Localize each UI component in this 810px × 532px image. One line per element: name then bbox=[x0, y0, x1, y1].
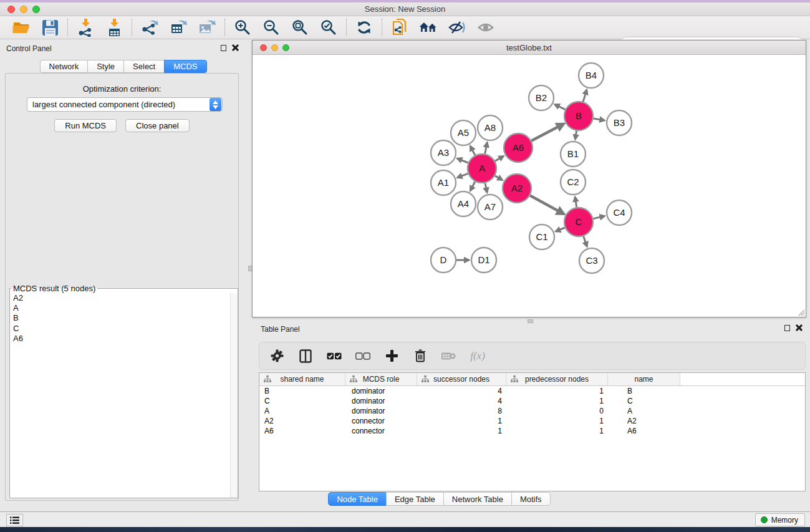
graph-node-B4[interactable]: B4 bbox=[579, 63, 604, 88]
graph-node-C4[interactable]: C4 bbox=[607, 200, 632, 225]
export-image-button[interactable] bbox=[197, 18, 217, 37]
network-zoom-button[interactable] bbox=[282, 44, 289, 51]
result-item[interactable]: A bbox=[10, 303, 238, 313]
graph-node-C3[interactable]: C3 bbox=[579, 248, 604, 273]
column-header-predecessor-nodes[interactable]: predecessor nodes bbox=[506, 373, 608, 385]
table-tab-network-table[interactable]: Network Table bbox=[443, 492, 512, 506]
close-panel-icon[interactable] bbox=[232, 44, 239, 51]
result-item[interactable]: A2 bbox=[10, 293, 238, 303]
graph-edge-B-B4[interactable] bbox=[583, 90, 587, 102]
graph-edge-A-A5[interactable] bbox=[470, 146, 475, 155]
show-columns-button[interactable] bbox=[298, 347, 313, 365]
network-canvas[interactable]: AA1A2A3A4A5A6A7A8BB1B2B3B4CC1C2C3C4DD1 bbox=[253, 55, 806, 317]
graph-edge-B-B3[interactable] bbox=[594, 118, 605, 120]
save-session-button[interactable] bbox=[40, 18, 60, 37]
graph-node-C2[interactable]: C2 bbox=[561, 170, 586, 195]
graph-node-B[interactable]: B bbox=[564, 102, 593, 130]
float-table-panel-icon[interactable] bbox=[784, 325, 790, 331]
network-window-titlebar[interactable]: testGlobe.txt bbox=[253, 41, 806, 55]
select-all-button[interactable] bbox=[327, 347, 342, 365]
graph-node-D[interactable]: D bbox=[431, 248, 456, 273]
hide-panels-button[interactable] bbox=[447, 18, 467, 37]
graph-edge-A-A1[interactable] bbox=[458, 173, 468, 177]
graph-edge-C-C1[interactable] bbox=[556, 228, 565, 231]
graph-node-A1[interactable]: A1 bbox=[431, 170, 456, 195]
function-builder-button[interactable]: f(x) bbox=[470, 347, 485, 365]
graph-edge-C-C4[interactable] bbox=[593, 216, 604, 218]
graph-node-A8[interactable]: A8 bbox=[478, 115, 503, 140]
clone-network-button[interactable] bbox=[390, 18, 410, 37]
refresh-view-button[interactable] bbox=[354, 18, 374, 37]
graph-node-B1[interactable]: B1 bbox=[561, 142, 586, 167]
graph-edge-A-A8[interactable] bbox=[485, 143, 488, 154]
task-history-button[interactable] bbox=[6, 514, 23, 526]
graph-edge-A-A2[interactable] bbox=[495, 176, 503, 180]
window-resize-grip[interactable] bbox=[797, 308, 805, 316]
result-item[interactable]: B bbox=[10, 313, 238, 323]
import-network-button[interactable] bbox=[75, 18, 95, 37]
control-tab-mcds[interactable]: MCDS bbox=[164, 60, 206, 73]
control-tab-network[interactable]: Network bbox=[39, 60, 88, 73]
graph-edge-A-A7[interactable] bbox=[485, 183, 487, 193]
table-tab-motifs[interactable]: Motifs bbox=[511, 492, 551, 506]
graph-edge-A-A4[interactable] bbox=[470, 181, 475, 191]
graph-node-A6[interactable]: A6 bbox=[504, 133, 533, 162]
graph-node-A[interactable]: A bbox=[468, 154, 496, 183]
open-session-button[interactable] bbox=[11, 18, 31, 37]
graph-node-A7[interactable]: A7 bbox=[478, 195, 503, 220]
table-row[interactable]: A2connector11A2 bbox=[259, 416, 805, 426]
graph-node-C[interactable]: C bbox=[564, 208, 593, 236]
deselect-all-button[interactable] bbox=[355, 347, 370, 365]
column-header-shared-name[interactable]: shared name bbox=[259, 373, 345, 385]
column-header-MCDS-role[interactable]: MCDS role bbox=[345, 373, 417, 385]
zoom-in-button[interactable] bbox=[233, 18, 253, 37]
graph-node-A3[interactable]: A3 bbox=[431, 140, 456, 165]
graph-edge-C-C3[interactable] bbox=[584, 236, 587, 247]
graph-node-B3[interactable]: B3 bbox=[607, 110, 632, 135]
graph-node-A2[interactable]: A2 bbox=[503, 174, 531, 203]
column-header-name[interactable]: name bbox=[608, 373, 680, 385]
import-table-button[interactable] bbox=[104, 18, 124, 37]
zoom-out-button[interactable] bbox=[261, 18, 281, 37]
graph-edge-A-A3[interactable] bbox=[457, 158, 468, 163]
graph-edge-C-C2[interactable] bbox=[575, 197, 576, 207]
close-window-button[interactable] bbox=[7, 6, 15, 13]
export-table-button[interactable] bbox=[168, 18, 188, 37]
delete-table-button[interactable] bbox=[441, 347, 456, 365]
table-tab-node-table[interactable]: Node Table bbox=[328, 492, 387, 506]
table-row[interactable]: A6connector11A6 bbox=[259, 426, 805, 436]
zoom-window-button[interactable] bbox=[32, 6, 40, 13]
table-settings-button[interactable] bbox=[269, 347, 284, 365]
graph-edge-B-B1[interactable] bbox=[576, 131, 577, 140]
delete-column-button[interactable] bbox=[413, 347, 428, 365]
criterion-dropdown[interactable]: largest connected component (directed) bbox=[27, 97, 223, 112]
table-row[interactable]: Adominator80A bbox=[259, 406, 805, 416]
zoom-fit-button[interactable] bbox=[290, 18, 310, 37]
result-item[interactable]: A6 bbox=[10, 334, 238, 344]
column-header-successor-nodes[interactable]: successor nodes bbox=[417, 373, 506, 385]
graph-node-A4[interactable]: A4 bbox=[451, 191, 476, 216]
show-panels-button[interactable] bbox=[476, 18, 496, 37]
mcds-result-list[interactable]: A2ABCA6 bbox=[10, 293, 238, 498]
vertical-splitter-grip[interactable] bbox=[248, 266, 252, 271]
float-panel-icon[interactable] bbox=[221, 45, 226, 51]
graph-node-B2[interactable]: B2 bbox=[529, 85, 554, 110]
run-mcds-button[interactable]: Run MCDS bbox=[54, 119, 117, 132]
memory-button[interactable]: Memory bbox=[755, 513, 805, 526]
close-panel-button[interactable]: Close panel bbox=[125, 119, 190, 132]
result-list-scrollbar[interactable] bbox=[230, 293, 238, 498]
graph-edge-B-B2[interactable] bbox=[555, 104, 566, 109]
create-column-button[interactable] bbox=[384, 347, 399, 365]
table-tab-edge-table[interactable]: Edge Table bbox=[386, 492, 444, 506]
home-view-button[interactable] bbox=[418, 18, 438, 37]
network-close-button[interactable] bbox=[260, 44, 267, 51]
network-minimize-button[interactable] bbox=[271, 44, 278, 51]
zoom-selected-button[interactable] bbox=[319, 18, 339, 37]
graph-node-A5[interactable]: A5 bbox=[451, 120, 476, 145]
control-tab-select[interactable]: Select bbox=[123, 60, 165, 73]
control-tab-style[interactable]: Style bbox=[87, 60, 124, 73]
graph-node-C1[interactable]: C1 bbox=[529, 225, 554, 249]
export-network-button[interactable] bbox=[140, 18, 160, 37]
graph-node-D1[interactable]: D1 bbox=[471, 248, 496, 273]
table-row[interactable]: Cdominator41C bbox=[259, 396, 805, 406]
